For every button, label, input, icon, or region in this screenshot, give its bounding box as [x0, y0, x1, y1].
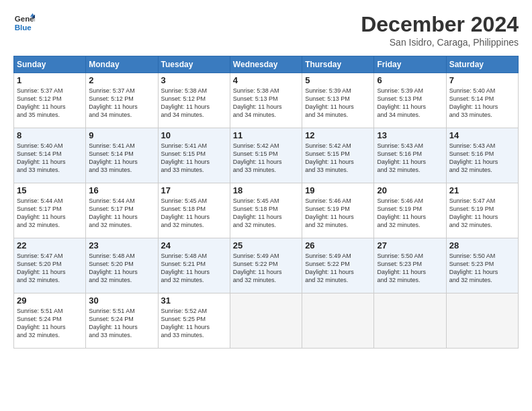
table-row: 30Sunrise: 5:51 AM Sunset: 5:24 PM Dayli…: [86, 293, 158, 349]
day-info: Sunrise: 5:39 AM Sunset: 5:13 PM Dayligh…: [377, 87, 443, 120]
day-number: 2: [89, 75, 154, 85]
table-row: 24Sunrise: 5:48 AM Sunset: 5:21 PM Dayli…: [158, 238, 230, 293]
table-row: 29Sunrise: 5:51 AM Sunset: 5:24 PM Dayli…: [14, 293, 86, 349]
table-row: 8Sunrise: 5:40 AM Sunset: 5:14 PM Daylig…: [14, 128, 86, 183]
day-info: Sunrise: 5:48 AM Sunset: 5:21 PM Dayligh…: [161, 252, 227, 285]
table-row: 22Sunrise: 5:47 AM Sunset: 5:20 PM Dayli…: [14, 238, 86, 293]
day-number: 3: [161, 75, 227, 85]
day-number: 25: [233, 240, 299, 250]
day-number: 30: [89, 295, 154, 306]
day-number: 28: [449, 240, 515, 250]
month-title: December 2024: [361, 12, 519, 37]
day-info: Sunrise: 5:44 AM Sunset: 5:17 PM Dayligh…: [89, 197, 154, 230]
day-info: Sunrise: 5:39 AM Sunset: 5:13 PM Dayligh…: [305, 87, 371, 120]
day-number: 1: [17, 75, 83, 85]
table-row: 26Sunrise: 5:49 AM Sunset: 5:22 PM Dayli…: [302, 238, 374, 293]
table-row: 10Sunrise: 5:41 AM Sunset: 5:15 PM Dayli…: [158, 128, 230, 183]
header-row: Sunday Monday Tuesday Wednesday Thursday…: [14, 56, 519, 73]
day-info: Sunrise: 5:47 AM Sunset: 5:19 PM Dayligh…: [449, 197, 515, 230]
logo: General Blue: [13, 12, 35, 34]
table-row: 12Sunrise: 5:42 AM Sunset: 5:15 PM Dayli…: [302, 128, 374, 183]
location: San Isidro, Caraga, Philippines: [361, 37, 519, 48]
table-row: 18Sunrise: 5:45 AM Sunset: 5:18 PM Dayli…: [230, 183, 302, 238]
day-number: 26: [305, 240, 371, 250]
day-info: Sunrise: 5:51 AM Sunset: 5:24 PM Dayligh…: [17, 307, 83, 340]
page-header: General Blue December 2024 San Isidro, C…: [13, 12, 519, 48]
table-row: 11Sunrise: 5:42 AM Sunset: 5:15 PM Dayli…: [230, 128, 302, 183]
day-number: 7: [449, 75, 515, 85]
day-number: 23: [89, 240, 154, 250]
table-row: 27Sunrise: 5:50 AM Sunset: 5:23 PM Dayli…: [374, 238, 446, 293]
table-row: [302, 293, 374, 349]
table-row: 21Sunrise: 5:47 AM Sunset: 5:19 PM Dayli…: [446, 183, 518, 238]
day-number: 4: [233, 75, 299, 85]
day-info: Sunrise: 5:45 AM Sunset: 5:18 PM Dayligh…: [233, 197, 299, 230]
day-info: Sunrise: 5:44 AM Sunset: 5:17 PM Dayligh…: [17, 197, 83, 230]
table-row: 16Sunrise: 5:44 AM Sunset: 5:17 PM Dayli…: [86, 183, 158, 238]
day-info: Sunrise: 5:50 AM Sunset: 5:23 PM Dayligh…: [377, 252, 443, 285]
day-info: Sunrise: 5:38 AM Sunset: 5:12 PM Dayligh…: [161, 87, 227, 120]
day-info: Sunrise: 5:46 AM Sunset: 5:19 PM Dayligh…: [377, 197, 443, 230]
day-info: Sunrise: 5:48 AM Sunset: 5:20 PM Dayligh…: [89, 252, 154, 285]
col-friday: Friday: [374, 56, 446, 73]
day-number: 31: [161, 295, 227, 306]
table-row: 3Sunrise: 5:38 AM Sunset: 5:12 PM Daylig…: [158, 73, 230, 128]
col-saturday: Saturday: [446, 56, 518, 73]
table-row: 6Sunrise: 5:39 AM Sunset: 5:13 PM Daylig…: [374, 73, 446, 128]
table-row: 9Sunrise: 5:41 AM Sunset: 5:14 PM Daylig…: [86, 128, 158, 183]
day-info: Sunrise: 5:37 AM Sunset: 5:12 PM Dayligh…: [89, 87, 154, 120]
table-row: [446, 293, 518, 349]
day-info: Sunrise: 5:50 AM Sunset: 5:23 PM Dayligh…: [449, 252, 515, 285]
day-number: 12: [305, 130, 371, 140]
table-row: 17Sunrise: 5:45 AM Sunset: 5:18 PM Dayli…: [158, 183, 230, 238]
day-number: 21: [449, 185, 515, 195]
day-number: 29: [17, 295, 83, 306]
day-number: 22: [17, 240, 83, 250]
calendar-row: 8Sunrise: 5:40 AM Sunset: 5:14 PM Daylig…: [14, 128, 519, 183]
day-info: Sunrise: 5:51 AM Sunset: 5:24 PM Dayligh…: [89, 307, 154, 340]
table-row: 23Sunrise: 5:48 AM Sunset: 5:20 PM Dayli…: [86, 238, 158, 293]
col-thursday: Thursday: [302, 56, 374, 73]
day-number: 17: [161, 185, 227, 195]
calendar-table: Sunday Monday Tuesday Wednesday Thursday…: [13, 56, 519, 349]
table-row: 5Sunrise: 5:39 AM Sunset: 5:13 PM Daylig…: [302, 73, 374, 128]
table-row: 20Sunrise: 5:46 AM Sunset: 5:19 PM Dayli…: [374, 183, 446, 238]
col-sunday: Sunday: [14, 56, 86, 73]
table-row: 13Sunrise: 5:43 AM Sunset: 5:16 PM Dayli…: [374, 128, 446, 183]
calendar-row: 15Sunrise: 5:44 AM Sunset: 5:17 PM Dayli…: [14, 183, 519, 238]
table-row: 25Sunrise: 5:49 AM Sunset: 5:22 PM Dayli…: [230, 238, 302, 293]
table-row: 7Sunrise: 5:40 AM Sunset: 5:14 PM Daylig…: [446, 73, 518, 128]
col-wednesday: Wednesday: [230, 56, 302, 73]
day-info: Sunrise: 5:43 AM Sunset: 5:16 PM Dayligh…: [449, 142, 515, 175]
day-number: 5: [305, 75, 371, 85]
day-info: Sunrise: 5:49 AM Sunset: 5:22 PM Dayligh…: [305, 252, 371, 285]
day-info: Sunrise: 5:43 AM Sunset: 5:16 PM Dayligh…: [377, 142, 443, 175]
table-row: 1Sunrise: 5:37 AM Sunset: 5:12 PM Daylig…: [14, 73, 86, 128]
calendar-row: 1Sunrise: 5:37 AM Sunset: 5:12 PM Daylig…: [14, 73, 519, 128]
table-row: 15Sunrise: 5:44 AM Sunset: 5:17 PM Dayli…: [14, 183, 86, 238]
day-info: Sunrise: 5:46 AM Sunset: 5:19 PM Dayligh…: [305, 197, 371, 230]
table-row: 14Sunrise: 5:43 AM Sunset: 5:16 PM Dayli…: [446, 128, 518, 183]
table-row: [374, 293, 446, 349]
day-number: 16: [89, 185, 154, 195]
day-number: 18: [233, 185, 299, 195]
day-number: 27: [377, 240, 443, 250]
calendar-row: 22Sunrise: 5:47 AM Sunset: 5:20 PM Dayli…: [14, 238, 519, 293]
table-row: 19Sunrise: 5:46 AM Sunset: 5:19 PM Dayli…: [302, 183, 374, 238]
table-row: 4Sunrise: 5:38 AM Sunset: 5:13 PM Daylig…: [230, 73, 302, 128]
day-number: 14: [449, 130, 515, 140]
day-info: Sunrise: 5:52 AM Sunset: 5:25 PM Dayligh…: [161, 307, 227, 340]
col-tuesday: Tuesday: [158, 56, 230, 73]
day-info: Sunrise: 5:37 AM Sunset: 5:12 PM Dayligh…: [17, 87, 83, 120]
page-container: General Blue December 2024 San Isidro, C…: [0, 0, 532, 355]
table-row: 28Sunrise: 5:50 AM Sunset: 5:23 PM Dayli…: [446, 238, 518, 293]
day-number: 6: [377, 75, 443, 85]
day-number: 13: [377, 130, 443, 140]
day-number: 10: [161, 130, 227, 140]
day-number: 20: [377, 185, 443, 195]
day-number: 11: [233, 130, 299, 140]
day-info: Sunrise: 5:38 AM Sunset: 5:13 PM Dayligh…: [233, 87, 299, 120]
day-info: Sunrise: 5:41 AM Sunset: 5:14 PM Dayligh…: [89, 142, 154, 175]
day-info: Sunrise: 5:45 AM Sunset: 5:18 PM Dayligh…: [161, 197, 227, 230]
day-info: Sunrise: 5:42 AM Sunset: 5:15 PM Dayligh…: [233, 142, 299, 175]
